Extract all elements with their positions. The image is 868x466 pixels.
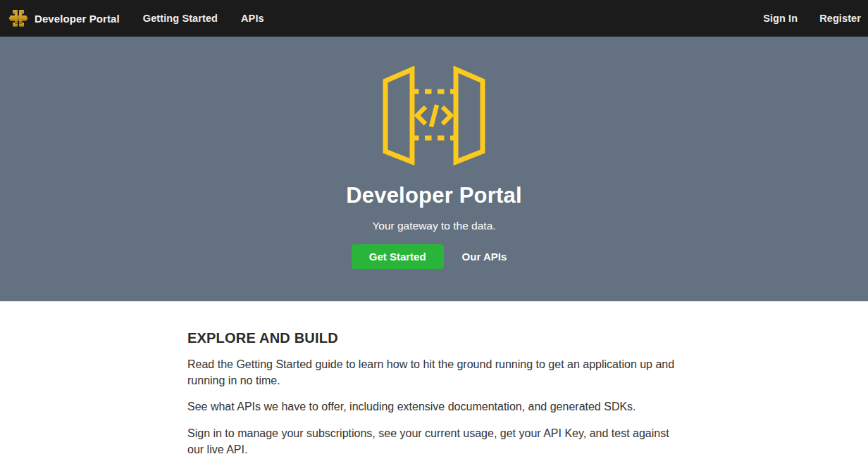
- api-gateway-hero-icon: [381, 66, 487, 166]
- api-gateway-logo-icon: [8, 8, 28, 28]
- hero-subtitle: Your gateway to the data.: [372, 220, 495, 232]
- nav-link-sign-in[interactable]: Sign In: [763, 13, 798, 24]
- hero-title: Developer Portal: [346, 183, 522, 208]
- top-navbar: Developer Portal Getting Started APIs Si…: [0, 0, 868, 37]
- getting-started-paragraph: Read the Getting Started guide to learn …: [187, 357, 681, 389]
- sign-in-paragraph: Sign in to manage your subscriptions, se…: [187, 426, 681, 458]
- navbar-brand-label: Developer Portal: [35, 13, 120, 25]
- nav-link-apis[interactable]: APIs: [241, 13, 264, 24]
- explore-and-build-section: EXPLORE AND BUILD Read the Getting Start…: [187, 301, 681, 458]
- navbar-brand[interactable]: Developer Portal: [8, 8, 120, 28]
- hero-buttons: Get Started Our APIs: [352, 244, 517, 269]
- get-started-button[interactable]: Get Started: [352, 244, 444, 269]
- nav-link-getting-started[interactable]: Getting Started: [143, 13, 218, 24]
- apis-paragraph: See what APIs we have to offer, includin…: [187, 399, 681, 415]
- our-apis-button[interactable]: Our APIs: [452, 244, 517, 269]
- navbar-right-links: Sign In Register: [741, 13, 861, 24]
- hero-section: Developer Portal Your gateway to the dat…: [0, 37, 868, 301]
- nav-link-register[interactable]: Register: [819, 13, 861, 24]
- section-heading: EXPLORE AND BUILD: [187, 330, 681, 346]
